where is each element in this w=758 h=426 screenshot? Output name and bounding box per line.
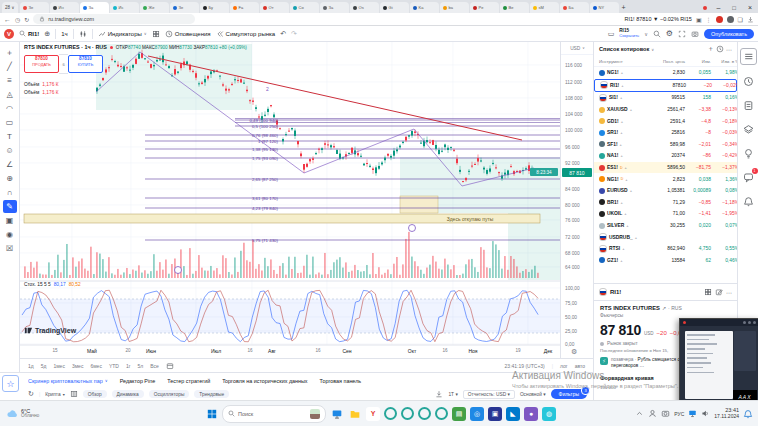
expand-contracts-icon[interactable]: + [635, 235, 637, 240]
time-axis[interactable]: 15Май20ИюнИюл16Авг16СенОкт16Ноя19Дек [20, 346, 560, 358]
edit-icon[interactable] [715, 288, 723, 296]
redo-icon[interactable]: ↷ [291, 30, 297, 38]
browser-tab[interactable]: Ба [560, 2, 589, 13]
watchlist-row[interactable]: EURUSD+1,053810,000890,08% [594, 185, 737, 197]
asset-class-selector[interactable]: Крипта▾ [45, 392, 65, 397]
vscode-icon[interactable]: ◣ [506, 407, 520, 421]
range-button[interactable]: 3мес [72, 363, 84, 369]
rectangle-tool-icon[interactable]: ▭ [3, 116, 17, 129]
axis-settings-gear-icon[interactable]: ⚙ [571, 348, 577, 356]
popup-window-control[interactable] [743, 321, 746, 324]
tradingview-watermark-logo[interactable]: TradingView [24, 326, 76, 335]
trash-tool-icon[interactable]: ☒ [3, 242, 17, 255]
save-layout-button[interactable]: RI15Сохранить [619, 29, 639, 38]
browser-tab[interactable]: Ис [110, 2, 139, 13]
menu-dots-icon[interactable]: ⋮ [706, 16, 712, 23]
expand-contracts-icon[interactable]: + [621, 119, 623, 124]
window-maximize-button[interactable]: □ [732, 5, 736, 11]
expand-contracts-icon[interactable]: + [630, 107, 632, 112]
tray-volume-icon[interactable] [701, 409, 710, 418]
purple-app-icon[interactable]: ● [524, 407, 538, 421]
yandex-browser-icon[interactable]: Y [366, 407, 380, 421]
screener-tab-chip[interactable]: Трендовые [194, 390, 229, 398]
history-clock-icon[interactable] [716, 45, 724, 53]
indicators-button[interactable]: Индикаторы∨ [98, 30, 147, 38]
start-button-icon[interactable] [206, 408, 218, 420]
expand-contracts-icon[interactable]: + [626, 223, 628, 228]
replay-button[interactable]: Симулятор рынка [216, 30, 276, 38]
sell-button[interactable]: 87810ПРОДАТЬ [24, 55, 59, 73]
expand-contracts-icon[interactable]: + [624, 211, 626, 216]
add-symbol-icon[interactable]: ＋ [707, 44, 714, 54]
filters-button[interactable]: Фильтры3 [551, 389, 587, 399]
layers-icon[interactable] [741, 122, 756, 137]
browser-tab[interactable]: За [320, 2, 349, 13]
watchlist-row[interactable]: SR1!+25816−8−0,03% [594, 127, 737, 139]
tradingview-logo[interactable]: V [4, 29, 14, 39]
explorer-icon[interactable] [330, 407, 344, 421]
browser-tab[interactable]: Fa [230, 2, 259, 13]
volume-legend[interactable]: Объём1,176 К [24, 90, 58, 95]
chat-icon[interactable]: 1 [741, 170, 756, 185]
column-header[interactable]: Инструмент [599, 59, 649, 64]
range-button[interactable]: 1мес [53, 363, 65, 369]
popup-window-control[interactable] [748, 321, 751, 324]
popup-titlebar[interactable] [680, 319, 758, 326]
browser-tab[interactable]: Зе [170, 2, 199, 13]
quick-search-icon[interactable] [653, 30, 661, 38]
expand-contracts-icon[interactable]: + [622, 246, 624, 251]
publish-button[interactable]: Опубликовать [704, 29, 754, 39]
browser-tab[interactable]: Же [140, 2, 169, 13]
browser-tab[interactable]: ba [440, 2, 469, 13]
extension-cast-icon[interactable] [727, 16, 734, 23]
chart-pane[interactable]: Здесь откупаю путы2RTS INDEX FUTURES · 1… [20, 42, 560, 358]
lock-tool-icon[interactable]: ▣ [3, 214, 17, 227]
panel-tab[interactable]: Редактор Pine [120, 378, 156, 384]
refresh-icon[interactable]: ↻ [28, 390, 34, 398]
preset-selector[interactable]: Основной ▾ [520, 392, 546, 397]
column-header[interactable]: Изм. [685, 59, 711, 64]
expand-contracts-icon[interactable]: + [620, 153, 622, 158]
trend-line-tool-icon[interactable]: ╱ [3, 60, 17, 73]
watchlist-row[interactable]: SILVER+30,2550,0200,07% [594, 220, 737, 232]
back-icon[interactable]: ← [4, 16, 11, 23]
language-indicator[interactable]: РУС [674, 411, 684, 417]
undo-icon[interactable]: ↶ [280, 30, 286, 38]
screener-tab-chip[interactable]: Динамика [112, 390, 144, 398]
floating-preview-window[interactable]: AAX [679, 318, 758, 406]
range-button[interactable]: 5д [41, 363, 47, 369]
panel-tab[interactable]: Торговля на исторических данных [222, 378, 307, 384]
tab-groups-icon[interactable]: ❏ [738, 16, 743, 23]
watchlist-row[interactable]: USDRUB_+ [594, 231, 737, 243]
xabcd-pattern-tool-icon[interactable]: ◬ [3, 88, 17, 101]
panel-tab[interactable]: Торговая панель [320, 378, 362, 384]
panel-layout-icon[interactable]: ▭ [608, 30, 615, 38]
symbol-search-button[interactable]: RI1! [19, 30, 39, 37]
globe-app-icon[interactable]: ◍ [542, 407, 556, 421]
watchlist-row[interactable]: NA1!+20374−86−0,42% [594, 150, 737, 162]
open-external-icon[interactable]: ↗ [662, 305, 666, 311]
buy-button[interactable]: 87810КУПИТЬ [68, 55, 103, 73]
panel-tab[interactable]: Тестер стратегий [167, 378, 210, 384]
url-box[interactable]: ru.tradingview.com [33, 14, 195, 24]
watchlist-row[interactable]: XAUUSD+2561,47−3,38−0,13% [594, 104, 737, 116]
browser-tab[interactable]: sM [530, 2, 559, 13]
expand-contracts-icon[interactable]: + [620, 142, 622, 147]
range-button[interactable]: YTD [109, 363, 119, 369]
browser-tab[interactable]: Pe [470, 2, 499, 13]
folder-icon[interactable] [348, 407, 362, 421]
fib-retracement-tool-icon[interactable]: ≡ [3, 74, 17, 87]
watchlist-row[interactable]: NG1!D+2,8230,0381,36% [594, 173, 737, 185]
watchlist-icon[interactable] [740, 48, 757, 65]
taskbar-search[interactable]: Поиск [222, 405, 326, 423]
ideas-lightbulb-icon[interactable] [741, 146, 756, 161]
price-axis[interactable]: USD∨116 000112 000108 000104 000100 0009… [560, 42, 594, 358]
expand-contracts-icon[interactable]: + [620, 258, 622, 263]
browser-tab[interactable]: Os [350, 2, 379, 13]
watchlist-row[interactable]: GZ1!+13584620,46% [594, 255, 737, 267]
stoch-legend[interactable]: Стох. 15 5 580,1780,52 [24, 282, 81, 287]
range-button[interactable]: Все [150, 363, 159, 369]
grid-view-icon[interactable] [704, 288, 712, 296]
more-options-icon[interactable]: ⋯ [726, 46, 732, 53]
window-minimize-button[interactable]: – [716, 4, 720, 11]
